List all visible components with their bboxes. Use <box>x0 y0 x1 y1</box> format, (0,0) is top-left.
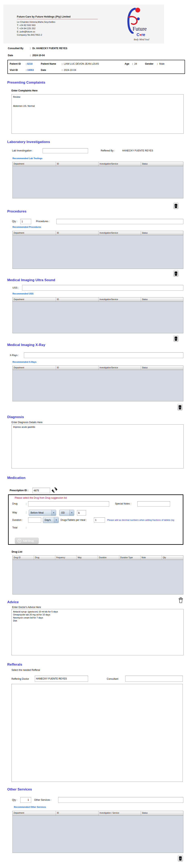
procedures-table-header: DepartmentIDInvestigation/ServiceStatus <box>12 231 183 235</box>
section-title-presenting-complaints: Presenting Complaints <box>7 81 45 85</box>
procedures-input[interactable] <box>56 219 183 224</box>
svg-text:↻: ↻ <box>179 407 181 408</box>
fractions-info-note: Please add as decimal numbers when addin… <box>107 519 182 521</box>
lab-referred-value: HANECKY FUENTE REYES <box>122 149 153 152</box>
prescription-id-label: Prescription ID : <box>10 489 28 492</box>
way-qty-input[interactable] <box>77 510 86 516</box>
per-meal-label: Drugs/Tablets per meal : <box>61 519 87 521</box>
phone-line-2: T: +24 84 225 252 <box>17 27 55 30</box>
prescription-refresh-button[interactable] <box>51 487 58 494</box>
chevron-down-icon: ▼ <box>51 510 56 516</box>
chevron-down-icon: ▼ <box>54 517 59 523</box>
section-title-procedures: Procedures <box>7 210 27 214</box>
letterhead: Future Care by Future Holdings (Pty) Lim… <box>3 5 164 43</box>
consultant-input[interactable] <box>125 676 183 682</box>
patient-name-label: Patient Name <box>41 62 62 65</box>
consulted-by-row: Consulted By:Dr. HANECKY FUENTE REYES <box>8 47 67 50</box>
gender-label: Gender <box>145 62 153 65</box>
procedures-clear-button[interactable]: ↻ <box>173 270 179 277</box>
per-meal-input[interactable] <box>94 517 105 523</box>
duration-input[interactable] <box>28 517 41 523</box>
svg-text:↻: ↻ <box>175 205 177 207</box>
drug-list-table-body[interactable] <box>12 560 183 594</box>
procedures-table-body[interactable] <box>12 235 183 269</box>
other-qty-label: Qty : <box>12 799 17 801</box>
frequency-select[interactable]: OD▼ <box>59 510 74 516</box>
referring-doctor-input[interactable] <box>35 676 88 682</box>
drug-list-label: Drug List <box>12 550 22 553</box>
future-care-logo: Future C♥re Body Mind Soul <box>122 7 160 43</box>
lab-table-header: DepartmentIDInvestigation/ServiceStatus <box>12 162 183 166</box>
trash-recycle-icon: ↻ <box>174 336 178 341</box>
patient-id-value: 8218 <box>27 62 33 65</box>
uss-table-body[interactable] <box>12 302 183 333</box>
xray-table: DepartmentIDInvestigation/ServiceStatus <box>12 366 183 401</box>
heart-icon: ♥ <box>139 33 141 37</box>
logo-care-word: C♥re <box>137 32 145 37</box>
drug-suggestion-alert: Please select the Drug from Drug suggess… <box>15 496 67 499</box>
xray-table-body[interactable] <box>12 370 183 401</box>
lab-clear-button[interactable]: ↻ <box>173 203 179 209</box>
uss-input[interactable] <box>22 285 183 290</box>
consulted-by-label: Consulted By <box>8 47 30 50</box>
procedures-table: DepartmentIDInvestigation/ServiceStatus <box>12 231 183 269</box>
xray-input[interactable] <box>24 352 183 358</box>
email-line: E: jude@future.sc <box>17 30 55 33</box>
patient-info-box: Patient ID:8218 Patient Name:LIAM LUC DE… <box>7 60 185 74</box>
lab-table-body[interactable] <box>12 166 183 198</box>
age-label: Age <box>125 62 129 65</box>
uss-input-label: USS : <box>12 286 19 289</box>
other-services-table-body[interactable] <box>12 816 183 853</box>
lab-referred-label: Reffered By : <box>101 149 115 152</box>
section-title-ultrasound: Medical Imaging Ultra Sound <box>7 278 55 282</box>
consulted-by-value: Dr. HANECKY FUENTE REYES <box>32 47 67 50</box>
lab-investigation-input[interactable] <box>43 148 88 153</box>
uss-clear-button[interactable]: ↻ <box>173 335 179 342</box>
special-notes-input[interactable] <box>137 501 170 506</box>
complaints-textarea[interactable]: Review Abdomen US- Normal <box>11 94 184 134</box>
logo-tagline: Body Mind Soul <box>134 38 149 41</box>
procedures-qty-input[interactable] <box>20 219 31 224</box>
section-title-xray: Medical Imaging X-Ray <box>7 343 45 347</box>
diagnosis-textarea[interactable]: Impress acute gastritis <box>11 424 184 468</box>
consult-date-value: 2024-10-04 <box>32 54 45 57</box>
referral-list-box[interactable] <box>11 684 183 782</box>
advice-clear-button[interactable] <box>178 596 184 604</box>
section-title-medication: Medication <box>7 476 26 480</box>
patient-age-group: Age:24 <box>125 62 137 65</box>
section-title-laboratory: Laboratory Investigations <box>7 140 50 144</box>
medication-entry-panel: Please select the Drug from Drug suggess… <box>8 494 183 545</box>
prescription-id-input[interactable] <box>32 488 50 493</box>
section-title-referrals: Refferals <box>7 662 22 666</box>
patient-name-group: Patient Name:LIAM LUC DEVON JEAN LOUIS <box>41 62 99 65</box>
xray-input-label: X-Rays : <box>10 354 19 356</box>
drug-list-table-header: Drug IDDrugFequencyWayDurationDuration T… <box>12 555 183 560</box>
other-services-input[interactable] <box>58 797 183 803</box>
svg-text:↻: ↻ <box>180 858 181 860</box>
recommended-lab-link: Recommended Lab Testings <box>12 157 42 159</box>
procedures-qty-label: Qty : <box>12 220 17 223</box>
visit-id-label: Visit ID <box>10 69 26 71</box>
advice-textarea[interactable]: Antacid syrup- (gaviscon) 10 ml tds for … <box>11 609 184 655</box>
duration-unit-select[interactable]: Day/s▼ <box>43 517 59 523</box>
lab-table: DepartmentIDInvestigation/ServiceStatus <box>12 162 183 198</box>
procedures-input-label: Procedures : <box>36 220 50 223</box>
meal-timing-select[interactable]: Before Meal▼ <box>29 510 56 516</box>
other-qty-input[interactable] <box>20 797 31 803</box>
lab-input-label: Lab Investingation : <box>12 149 33 152</box>
company-no-line: Company No.8417652-2 <box>17 33 55 36</box>
section-title-other-services: Other Services <box>7 787 32 792</box>
svg-text:↻: ↻ <box>175 338 177 340</box>
patient-gender-group: Gender:Male <box>145 62 164 65</box>
xray-clear-button[interactable]: ↻ <box>177 404 183 410</box>
section-title-advice: Advice <box>7 600 19 604</box>
consult-date-label: Date <box>8 54 30 57</box>
add-drug-button[interactable]: + Add Drug <box>15 538 39 544</box>
trash-recycle-icon: ↻ <box>174 271 178 276</box>
company-name: Future Care by Future Holdings (Pty) Lim… <box>17 15 71 18</box>
other-services-clear-button[interactable]: ↻ <box>178 855 183 862</box>
drug-input[interactable] <box>28 501 109 506</box>
recommended-other-link: Recommended Other Services <box>14 806 46 808</box>
xray-table-header: DepartmentIDInvestigation/ServiceStatus <box>12 366 183 370</box>
visit-date-group: Date:2024-10-04 <box>41 69 76 71</box>
